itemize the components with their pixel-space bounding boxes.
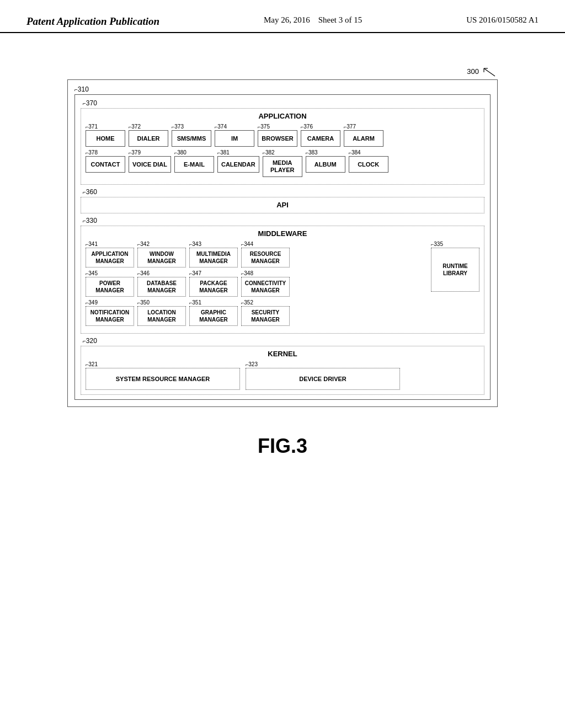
box-320-kernel: KERNEL ⌐321 SYSTEM RESOURCE MANAGER ⌐323… [81,346,484,395]
box-300: ⌐310 ⌐370 APPLICATION ⌐371 HOME [67,79,498,407]
ref-300-label: 300 [67,66,498,77]
mw-window-manager: ⌐342 WINDOWMANAGER [137,241,186,267]
ref-360-label: ⌐360 [83,188,484,196]
box-360-api: API [81,197,484,213]
svg-line-0 [484,68,495,76]
app-row-1: ⌐371 HOME ⌐372 DIALER ⌐373 SMS/MMS ⌐37 [86,124,479,147]
mw-security-manager: ⌐352 SECURITYMANAGER [241,299,290,326]
mw-combined-rows: ⌐341 APPLICATIONMANAGER ⌐342 WINDOWMANAG… [86,241,479,326]
box-330-middleware: MIDDLEWARE ⌐341 APPLICATIONMANAGER [81,226,484,334]
mw-row-3: ⌐349 NOTIFICATIONMANAGER ⌐350 LOCATIONMA… [86,299,428,326]
publication-date-sheet: May 26, 2016 Sheet 3 of 15 [264,15,362,25]
page-header: Patent Application Publication May 26, 2… [0,0,565,33]
app-email: ⌐380 E-MAIL [174,149,214,173]
middleware-title: MIDDLEWARE [86,229,479,238]
publication-title: Patent Application Publication [26,15,159,28]
diagram-wrapper: 300 ⌐310 ⌐370 APPLICATION [67,66,498,407]
app-browser: ⌐375 BROWSER [258,124,297,147]
ref-330-label: ⌐330 [83,217,484,224]
mw-runtime-library: RUNTIMELIBRARY [431,248,479,292]
app-camera: ⌐376 CAMERA [301,124,340,147]
mw-power-manager: ⌐345 POWERMANAGER [86,270,134,297]
app-voicedial: ⌐379 VOICE DIAL [129,149,171,173]
mw-database-manager: ⌐346 DATABASEMANAGER [137,270,186,297]
app-mediaplayer: ⌐382 MEDIAPLAYER [263,149,302,177]
box-310: ⌐370 APPLICATION ⌐371 HOME ⌐372 DIALER [74,94,491,400]
ref-370-label: ⌐370 [83,99,484,107]
mw-runtime-container: ⌐335 RUNTIMELIBRARY [431,241,479,292]
app-dialer: ⌐372 DIALER [129,124,168,147]
mw-multimedia-manager: ⌐343 MULTIMEDIAMANAGER [189,241,238,267]
mw-graphic-manager: ⌐351 GRAPHICMANAGER [189,299,238,326]
figure-caption: FIG.3 [258,435,307,458]
app-contact: ⌐378 CONTACT [86,149,125,173]
patent-number: US 2016/0150582 A1 [466,15,539,25]
box-370-application: APPLICATION ⌐371 HOME ⌐372 DIALER ⌐373 [81,108,484,185]
publication-date: May 26, 2016 [264,15,310,24]
mw-connectivity-manager: ⌐348 CONNECTIVITYMANAGER [241,270,290,297]
kernel-device-driver: ⌐323 DEVICE DRIVER [246,361,400,390]
main-content: 300 ⌐310 ⌐370 APPLICATION [0,33,565,480]
api-title: API [276,201,289,209]
app-alarm: ⌐377 ALARM [344,124,383,147]
sheet-info: Sheet 3 of 15 [318,15,363,24]
mw-location-manager: ⌐350 LOCATIONMANAGER [137,299,186,326]
ref-320-label: ⌐320 [83,337,484,345]
mw-application-manager: ⌐341 APPLICATIONMANAGER [86,241,134,267]
application-title: APPLICATION [86,112,479,120]
mw-row-2: ⌐345 POWERMANAGER ⌐346 DATABASEMANAGER ⌐… [86,270,428,297]
mw-left-stack: ⌐341 APPLICATIONMANAGER ⌐342 WINDOWMANAG… [86,241,428,326]
app-smsmms: ⌐373 SMS/MMS [172,124,211,147]
ref-310-label: ⌐310 [74,85,491,93]
app-im: ⌐374 IM [215,124,254,147]
app-calendar: ⌐381 CALENDAR [217,149,259,173]
app-album: ⌐383 ALBUM [306,149,345,173]
mw-package-manager: ⌐347 PACKAGEMANAGER [189,270,238,297]
ref-300-arrow [481,66,498,77]
app-home: ⌐371 HOME [86,124,125,147]
kernel-system-resource: ⌐321 SYSTEM RESOURCE MANAGER [86,361,240,390]
mw-resource-manager: ⌐344 RESOURCEMANAGER [241,241,290,267]
app-clock: ⌐384 CLOCK [349,149,388,173]
mw-row-1: ⌐341 APPLICATIONMANAGER ⌐342 WINDOWMANAG… [86,241,428,267]
app-row-2: ⌐378 CONTACT ⌐379 VOICE DIAL ⌐380 E-MAIL [86,149,479,177]
kernel-title: KERNEL [86,350,479,358]
kernel-items-row: ⌐321 SYSTEM RESOURCE MANAGER ⌐323 DEVICE… [86,361,479,390]
mw-notification-manager: ⌐349 NOTIFICATIONMANAGER [86,299,134,326]
